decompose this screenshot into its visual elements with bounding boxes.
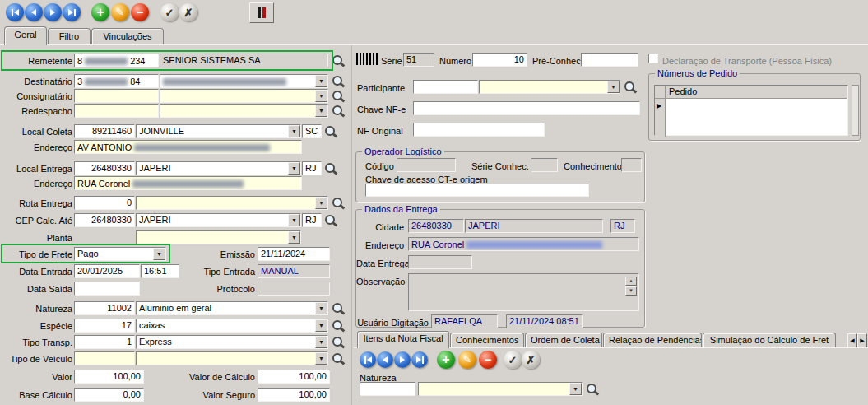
- nav-prev-button[interactable]: [25, 3, 43, 21]
- base-calculo-field[interactable]: 0,00: [74, 388, 144, 402]
- especie-code-field[interactable]: 17: [74, 319, 135, 333]
- dropdown-arrow-icon[interactable]: [315, 336, 327, 348]
- tipo-veiculo-combo[interactable]: [136, 351, 328, 365]
- tab-scroll-left-button[interactable]: [847, 333, 857, 348]
- entrega-uf-field[interactable]: RJ: [610, 219, 635, 233]
- especie-combo[interactable]: caixas: [136, 319, 328, 333]
- cep-calc-search-icon[interactable]: [323, 213, 337, 227]
- tipo-transp-code-field[interactable]: 1: [74, 335, 135, 349]
- usuario-field[interactable]: RAFAELQA: [431, 314, 498, 328]
- detail-nav-next-button[interactable]: [394, 351, 411, 368]
- detail-natureza-combo[interactable]: [418, 382, 583, 396]
- dropdown-arrow-icon[interactable]: [607, 81, 620, 93]
- codigo-field[interactable]: [397, 158, 456, 172]
- local-coleta-combo[interactable]: JOINVILLE: [136, 124, 301, 138]
- pedidos-grid[interactable]: Pedido: [654, 85, 848, 136]
- edit-button[interactable]: [111, 3, 129, 21]
- tab-ordem-coleta[interactable]: Ordem de Coleta: [525, 333, 602, 348]
- local-entrega-uf-field[interactable]: RJ: [302, 161, 322, 175]
- tipo-veiculo-code-field[interactable]: [74, 351, 135, 365]
- cep-calc-cep-field[interactable]: 26480330: [74, 213, 135, 227]
- detail-edit-button[interactable]: [458, 351, 476, 369]
- detail-nav-last-button[interactable]: [411, 351, 428, 368]
- detail-delete-button[interactable]: [479, 351, 497, 369]
- add-button[interactable]: [91, 3, 109, 21]
- report-button[interactable]: [249, 2, 274, 23]
- serie-field[interactable]: 51: [403, 53, 434, 67]
- scroll-down-icon[interactable]: [625, 286, 637, 296]
- detail-nav-prev-button[interactable]: [377, 351, 393, 368]
- nf-original-field[interactable]: [413, 123, 545, 137]
- dropdown-arrow-icon[interactable]: [315, 197, 327, 209]
- local-coleta-cep-field[interactable]: 89211460: [74, 124, 135, 138]
- tab-geral[interactable]: Geral: [4, 26, 47, 45]
- scroll-up-icon[interactable]: [625, 277, 637, 286]
- conhecimento-field[interactable]: [621, 158, 642, 172]
- cancel-button[interactable]: [179, 3, 197, 21]
- dropdown-arrow-icon[interactable]: [569, 383, 582, 395]
- tab-relacao-pendencias[interactable]: Relação de Pendências: [603, 333, 702, 348]
- redespacho-search-icon[interactable]: [331, 104, 345, 118]
- redespacho-combo[interactable]: [160, 104, 328, 118]
- valor-field[interactable]: 100,00: [74, 370, 144, 384]
- local-coleta-uf-field[interactable]: SC: [302, 124, 322, 138]
- data-entrada-time-field[interactable]: 16:51: [141, 264, 179, 278]
- detail-natureza-code-field[interactable]: [360, 382, 415, 396]
- usuario-data-field[interactable]: 21/11/2024 08:51: [506, 314, 583, 328]
- dropdown-arrow-icon[interactable]: [288, 162, 300, 175]
- emissao-field[interactable]: 21/11/2024: [258, 247, 330, 261]
- rota-entrega-search-icon[interactable]: [331, 196, 345, 210]
- dropdown-arrow-icon[interactable]: [315, 352, 327, 365]
- local-entrega-combo[interactable]: JAPERI: [136, 161, 301, 175]
- destinatario-combo[interactable]: [160, 74, 328, 88]
- remetente-code-field[interactable]: 8234: [74, 54, 159, 68]
- valor-seguro-field[interactable]: 100,00: [258, 388, 330, 402]
- local-coleta-search-icon[interactable]: [323, 124, 337, 138]
- natureza-search-icon[interactable]: [331, 301, 345, 315]
- dropdown-arrow-icon[interactable]: [315, 302, 327, 314]
- rota-entrega-combo[interactable]: [136, 196, 328, 210]
- consignatario-combo[interactable]: [160, 89, 328, 103]
- endereco-coleta-field[interactable]: AV ANTONIO: [74, 140, 302, 154]
- tab-simulacao-calculo[interactable]: Simulação do Cálculo de Fret: [703, 333, 836, 348]
- dropdown-arrow-icon[interactable]: [288, 231, 300, 244]
- confirm-button[interactable]: [160, 3, 179, 21]
- chave-nfe-field[interactable]: [413, 101, 640, 115]
- consignatario-code-field[interactable]: [74, 89, 159, 103]
- natureza-code-field[interactable]: 11002: [74, 301, 135, 315]
- data-saida-field[interactable]: [74, 282, 140, 296]
- tab-itens-nota-fiscal[interactable]: Itens da Nota Fiscal: [357, 331, 449, 348]
- detail-confirm-button[interactable]: [504, 351, 522, 369]
- numero-field[interactable]: 10: [472, 53, 527, 67]
- participante-search-icon[interactable]: [623, 80, 637, 94]
- dropdown-arrow-icon[interactable]: [288, 125, 300, 137]
- local-entrega-search-icon[interactable]: [323, 161, 337, 175]
- detail-cancel-button[interactable]: [522, 351, 540, 369]
- endereco-entrega-field[interactable]: RUA Coronel: [74, 176, 302, 190]
- declaracao-checkbox[interactable]: [648, 54, 658, 63]
- tab-vinculacoes[interactable]: Vinculações: [91, 28, 164, 44]
- tipo-veiculo-search-icon[interactable]: [331, 351, 345, 365]
- participante-combo[interactable]: [479, 80, 620, 94]
- dropdown-arrow-icon[interactable]: [153, 248, 165, 260]
- dropdown-arrow-icon[interactable]: [288, 214, 300, 226]
- dropdown-arrow-icon[interactable]: [315, 75, 327, 87]
- pre-conhec-field[interactable]: [581, 53, 638, 67]
- redespacho-code-field[interactable]: [74, 104, 159, 118]
- natureza-combo[interactable]: Aluminio em geral: [136, 301, 328, 315]
- data-entrega-field[interactable]: [408, 255, 472, 269]
- dropdown-arrow-icon[interactable]: [315, 319, 327, 332]
- rota-entrega-code-field[interactable]: 0: [74, 196, 135, 210]
- nav-next-button[interactable]: [44, 3, 62, 21]
- serie-conhec-field[interactable]: [531, 158, 558, 172]
- detail-nav-first-button[interactable]: [360, 351, 376, 368]
- tipo-transp-combo[interactable]: Express: [136, 335, 328, 349]
- tipo-transp-search-icon[interactable]: [331, 335, 345, 349]
- observacao-box[interactable]: [408, 273, 639, 311]
- entrega-cidade-field[interactable]: JAPERI: [465, 219, 603, 233]
- cep-calc-combo[interactable]: JAPERI: [136, 213, 301, 227]
- protocolo-field[interactable]: [258, 282, 330, 296]
- tab-filtro[interactable]: Filtro: [48, 28, 91, 44]
- valor-calculo-field[interactable]: 100,00: [258, 370, 330, 384]
- especie-search-icon[interactable]: [331, 319, 345, 333]
